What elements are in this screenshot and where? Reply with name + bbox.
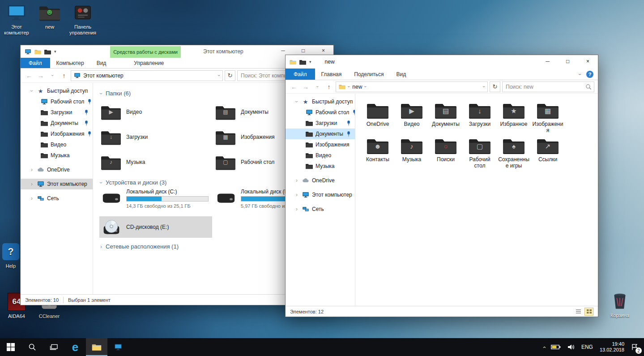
- thumbnails-view-button[interactable]: [584, 308, 593, 316]
- up-icon[interactable]: ↑: [59, 72, 69, 79]
- address-bar[interactable]: Этот компьютер ›: [71, 70, 223, 81]
- tab-file[interactable]: Файл: [286, 69, 315, 80]
- up-icon[interactable]: ↑: [324, 83, 334, 90]
- chevron-collapsed-icon[interactable]: ›: [30, 167, 34, 173]
- drive-c-item[interactable]: Локальный диск (C:) 14,3 ГБ свободно из …: [99, 189, 214, 214]
- sidebar-item-network[interactable]: › Сеть: [21, 193, 93, 204]
- file-item-onedrive[interactable]: OneDrive: [361, 101, 395, 133]
- help-icon[interactable]: ?: [586, 71, 593, 78]
- file-item-pictures[interactable]: ▦ Изображения: [531, 101, 565, 133]
- qat-folder-icon[interactable]: [34, 49, 41, 55]
- chevron-collapsed-icon[interactable]: ›: [294, 192, 299, 198]
- search-icon[interactable]: [585, 84, 592, 90]
- recent-locations-icon[interactable]: ›: [50, 71, 55, 81]
- sidebar-item-this-pc[interactable]: › Этот компьютер: [21, 179, 93, 189]
- sidebar-item-documents[interactable]: Документы: [286, 129, 355, 139]
- recent-locations-icon[interactable]: ›: [315, 82, 320, 92]
- tab-view[interactable]: Вид: [390, 69, 412, 80]
- search-button[interactable]: [21, 338, 43, 356]
- tab-file[interactable]: Файл: [21, 58, 50, 68]
- sidebar-item-quick-access[interactable]: › ★ Быстрый доступ: [286, 96, 355, 107]
- address-bar[interactable]: › new › ›: [336, 81, 488, 92]
- title-bar[interactable]: ▾ new ─ □ ×: [286, 55, 598, 69]
- sidebar-item-video[interactable]: Видео: [21, 139, 93, 150]
- sidebar-item-desktop[interactable]: Рабочий стол: [21, 96, 93, 107]
- ribbon-expand-icon[interactable]: ›: [577, 73, 583, 75]
- breadcrumb-chevron-icon[interactable]: ›: [363, 86, 368, 87]
- address-dropdown-icon[interactable]: ›: [482, 86, 486, 87]
- folder-item-music[interactable]: ♪ Музыка: [99, 150, 214, 175]
- tray-expand-button[interactable]: ›: [540, 338, 548, 356]
- edge-button[interactable]: e: [64, 338, 86, 356]
- breadcrumb-chevron-icon[interactable]: ›: [346, 86, 351, 87]
- file-item-saved-games[interactable]: ♠ Сохраненные игры: [497, 136, 531, 169]
- search-input[interactable]: [506, 84, 585, 90]
- maximize-button[interactable]: □: [558, 55, 578, 68]
- sidebar-item-pictures[interactable]: Изображения: [286, 139, 355, 150]
- file-item-contacts[interactable]: ☻ Контакты: [361, 136, 395, 169]
- chevron-collapsed-icon[interactable]: ›: [30, 195, 34, 202]
- qat-properties-icon[interactable]: [44, 49, 51, 55]
- chevron-collapsed-icon[interactable]: ›: [30, 181, 34, 187]
- breadcrumb[interactable]: Этот компьютер: [83, 73, 124, 79]
- sidebar-item-this-pc[interactable]: › Этот компьютер: [286, 189, 355, 200]
- chevron-collapsed-icon[interactable]: ›: [294, 206, 299, 212]
- sidebar-item-music[interactable]: Музыка: [286, 161, 355, 172]
- sidebar-item-network[interactable]: › Сеть: [286, 204, 355, 214]
- task-view-button[interactable]: [43, 338, 64, 356]
- tab-manage[interactable]: Управление: [128, 58, 170, 68]
- back-icon[interactable]: ←: [24, 72, 34, 79]
- file-item-documents[interactable]: ▤ Документы: [429, 101, 463, 133]
- file-item-links[interactable]: ↗ Ссылки: [531, 136, 565, 169]
- cd-drive-item[interactable]: CD-дисковод (E:): [99, 216, 212, 238]
- language-indicator[interactable]: ENG: [578, 338, 596, 356]
- action-center-button[interactable]: 2: [628, 338, 641, 356]
- sidebar-item-music[interactable]: Музыка: [21, 150, 93, 161]
- forward-icon[interactable]: →: [301, 83, 311, 90]
- folder-item-video[interactable]: ▶ Видео: [99, 99, 214, 124]
- desktop-icon-recycle-bin[interactable]: Корзина: [604, 291, 636, 318]
- sidebar-item-onedrive[interactable]: › OneDrive: [286, 175, 355, 186]
- tab-computer[interactable]: Компьютер: [50, 58, 90, 68]
- sidebar-item-desktop[interactable]: Рабочий стол: [286, 107, 355, 118]
- qat-customize-icon[interactable]: ▾: [54, 49, 56, 54]
- clock[interactable]: 19:40 13.02.2018: [596, 341, 628, 353]
- desktop-icon-new[interactable]: ☻ new: [34, 3, 66, 30]
- volume-button[interactable]: [564, 338, 578, 356]
- chevron-expanded-icon[interactable]: ›: [29, 89, 35, 93]
- battery-button[interactable]: [548, 338, 564, 356]
- sidebar-item-video[interactable]: Видео: [286, 150, 355, 161]
- minimize-button[interactable]: ─: [537, 55, 558, 68]
- qat-folder-icon[interactable]: [299, 59, 306, 65]
- chevron-collapsed-icon[interactable]: ›: [294, 177, 299, 184]
- sidebar-item-pictures[interactable]: Изображения: [21, 129, 93, 139]
- sidebar-item-quick-access[interactable]: › ★ Быстрый доступ: [21, 86, 93, 96]
- refresh-button[interactable]: ↻: [225, 70, 235, 81]
- back-icon[interactable]: ←: [289, 83, 299, 90]
- collapse-icon[interactable]: ›: [98, 182, 104, 184]
- start-button[interactable]: [0, 338, 21, 356]
- tab-share[interactable]: Поделиться: [348, 69, 390, 80]
- address-dropdown-icon[interactable]: ›: [217, 75, 222, 76]
- folder-item-downloads[interactable]: ↓ Загрузки: [99, 124, 214, 150]
- sidebar-item-onedrive[interactable]: › OneDrive: [21, 164, 93, 175]
- desktop-icon-this-pc[interactable]: Этот компьютер: [0, 3, 33, 36]
- file-item-downloads[interactable]: ↓ Загрузки: [463, 101, 497, 133]
- forward-icon[interactable]: →: [36, 72, 46, 79]
- collapse-icon[interactable]: ›: [98, 93, 104, 94]
- refresh-button[interactable]: ↻: [490, 81, 500, 92]
- sidebar-item-downloads[interactable]: Загрузки: [21, 107, 93, 118]
- file-item-favorites[interactable]: ★ Избранное: [497, 101, 531, 133]
- search-box[interactable]: [502, 81, 594, 92]
- expand-icon[interactable]: ›: [100, 244, 102, 250]
- tab-home[interactable]: Главная: [315, 69, 348, 80]
- close-button[interactable]: ×: [578, 55, 598, 68]
- sidebar-item-downloads[interactable]: Загрузки: [286, 118, 355, 129]
- file-item-desktop[interactable]: ▢ Рабочий стол: [463, 136, 497, 169]
- breadcrumb[interactable]: new: [352, 84, 362, 90]
- details-view-button[interactable]: [574, 308, 583, 316]
- pinned-app-button[interactable]: [107, 338, 129, 356]
- file-item-video[interactable]: ▶ Видео: [395, 101, 429, 133]
- file-item-music[interactable]: ♪ Музыка: [395, 136, 429, 169]
- sidebar-item-documents[interactable]: Документы: [21, 118, 93, 129]
